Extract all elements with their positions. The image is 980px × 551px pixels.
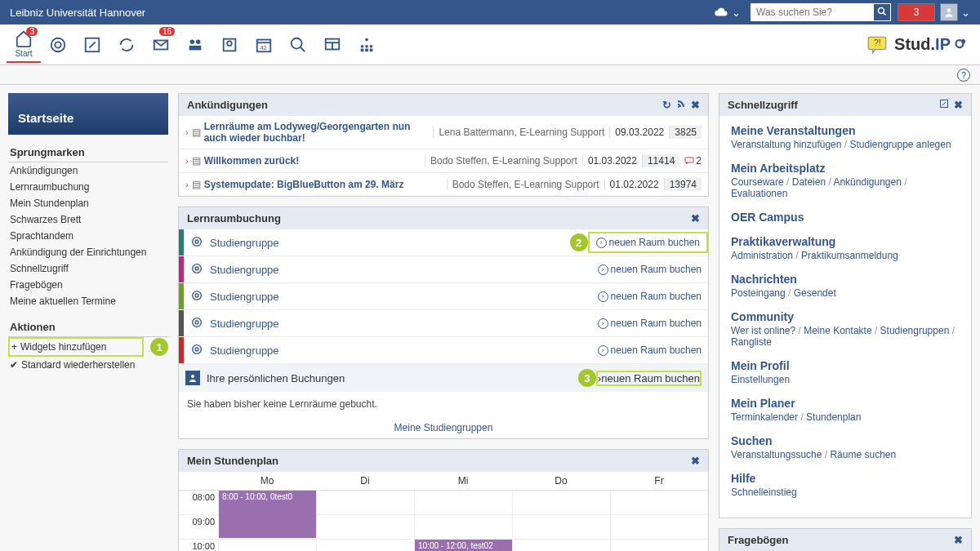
quickaccess-section-title[interactable]: Mein Arbeitsplatz: [731, 162, 960, 175]
quickaccess-sublink[interactable]: Posteingang: [731, 287, 786, 299]
jump-link[interactable]: Mein Stundenplan: [8, 195, 168, 211]
quickaccess-section-title[interactable]: Nachrichten: [731, 273, 960, 286]
announcement-author: Bodo Steffen, E-Learning Support: [425, 155, 582, 167]
quickaccess-section-title[interactable]: Hilfe: [731, 472, 960, 485]
close-icon[interactable]: ✖: [691, 455, 700, 467]
quickaccess-sublink[interactable]: Einstellungen: [731, 374, 790, 385]
svg-point-42: [195, 348, 198, 351]
quickaccess-sublink[interactable]: Schnelleinstieg: [731, 487, 797, 498]
book-room-button[interactable]: ›neuen Raum buchen: [591, 287, 708, 305]
nav-community[interactable]: [178, 27, 212, 63]
nav-mail[interactable]: 16: [144, 27, 178, 63]
quickaccess-sublink[interactable]: Dateien: [792, 176, 826, 188]
help-bubble-icon: ?!: [866, 34, 888, 56]
notification-badge[interactable]: 3: [898, 3, 935, 21]
reload-icon[interactable]: ↻: [662, 99, 671, 111]
announcement-row[interactable]: › ▤ Systemupdate: BigBlueButton am 29. M…: [179, 173, 708, 196]
nav-board[interactable]: [315, 27, 350, 63]
quickaccess-sublink[interactable]: Courseware: [731, 176, 784, 188]
quickaccess-sublink[interactable]: Studiengruppe anlegen: [849, 139, 951, 150]
studygroup-row[interactable]: Studiengruppe ›neuen Raum buchen: [179, 283, 708, 310]
quickaccess-section-title[interactable]: Mein Profil: [731, 359, 960, 372]
cloud-menu[interactable]: ⌄: [714, 7, 741, 19]
nav-cloud[interactable]: [109, 27, 144, 63]
quickaccess-sublink[interactable]: Gesendet: [794, 287, 836, 299]
quickaccess-section-title[interactable]: Mein Planer: [731, 397, 960, 410]
close-icon[interactable]: ✖: [691, 212, 700, 224]
studygroup-name: Studiengruppe: [210, 259, 591, 281]
jump-link[interactable]: Ankündigungen: [8, 162, 168, 179]
book-room-button[interactable]: ›neuen Raum buchen: [591, 341, 708, 359]
studygroup-row[interactable]: Studiengruppe 2 ›neuen Raum buchen: [179, 229, 708, 256]
nav-start[interactable]: 3 Start: [7, 27, 41, 63]
book-room-button[interactable]: ›neuen Raum buchen: [596, 371, 702, 386]
book-room-button[interactable]: ›neuen Raum buchen: [591, 314, 708, 332]
studygroup-name: Studiengruppe: [210, 232, 564, 254]
quickaccess-section-title[interactable]: Suchen: [731, 434, 960, 447]
studygroup-row[interactable]: Studiengruppe ›neuen Raum buchen: [179, 337, 708, 364]
nav-edit[interactable]: [75, 27, 109, 63]
reset-default-button[interactable]: ✔ Standard wiederherstellen: [8, 357, 168, 373]
board-icon: [323, 36, 341, 54]
announcement-views: 3825: [669, 126, 702, 139]
jump-link[interactable]: Schwarzes Brett: [8, 211, 168, 228]
svg-point-41: [193, 344, 202, 353]
announcement-row[interactable]: › ▤ Willkommen zurück! Bodo Steffen, E-L…: [179, 149, 708, 173]
nav-planner[interactable]: 42: [247, 27, 281, 63]
quickaccess-sublink[interactable]: Räume suchen: [830, 449, 896, 460]
add-widgets-button[interactable]: + Widgets hinzufügen: [8, 337, 144, 357]
edit-icon[interactable]: [939, 99, 949, 111]
close-icon[interactable]: ✖: [954, 534, 963, 546]
nav-courses[interactable]: [41, 27, 75, 63]
quickaccess-sublink[interactable]: Praktikumsanmeldung: [801, 250, 898, 261]
nav-orga[interactable]: [350, 27, 384, 63]
quickaccess-sublink[interactable]: Veranstaltungssuche: [731, 449, 822, 460]
quickaccess-section-title[interactable]: OER Campus: [731, 211, 960, 224]
nav-help[interactable]: ?!: [860, 34, 894, 56]
close-icon[interactable]: ✖: [954, 99, 963, 111]
announcement-row[interactable]: › ▤ Lernräume am Lodyweg/Georgengarten n…: [179, 116, 708, 149]
nav-profile[interactable]: [212, 27, 247, 63]
chevron-down-icon: ⌄: [732, 7, 741, 19]
booking-widget: Lernraumbuchung ✖ Studiengruppe 2 ›neuen…: [178, 207, 709, 439]
announcement-title: Lernräume am Lodyweg/Georgengarten nun a…: [204, 121, 434, 144]
rss-icon[interactable]: [676, 99, 686, 111]
schedule-event[interactable]: 10:00 - 12:00, test02: [415, 540, 512, 551]
quickaccess-section-title[interactable]: Meine Veranstaltungen: [731, 124, 960, 137]
my-studygroups-link[interactable]: Meine Studiengruppen: [394, 422, 493, 433]
hour-label: 09:00: [179, 515, 218, 540]
search-button[interactable]: [873, 3, 891, 21]
book-room-button[interactable]: ›neuen Raum buchen: [588, 232, 708, 253]
quickaccess-sublink[interactable]: Administration: [731, 250, 793, 261]
jump-link[interactable]: Schnellzugriff: [8, 260, 168, 277]
search-input[interactable]: [751, 3, 873, 21]
quickaccess-sublink[interactable]: Wer ist online?: [731, 325, 795, 336]
studygroup-row[interactable]: Studiengruppe ›neuen Raum buchen: [179, 310, 708, 337]
quickaccess-sublink[interactable]: Meine Kontakte: [804, 325, 871, 336]
nav-search[interactable]: [281, 27, 315, 63]
calendar-icon: 42: [255, 36, 273, 54]
quickaccess-section-title[interactable]: Community: [731, 310, 960, 323]
quickaccess-sublink[interactable]: Studiengruppen: [880, 325, 950, 336]
jump-link[interactable]: Ankündigung der Einrichtungen: [8, 244, 168, 260]
svg-point-21: [365, 38, 368, 41]
studygroup-row[interactable]: Studiengruppe ›neuen Raum buchen: [179, 256, 708, 283]
quickaccess-sublink[interactable]: Evaluationen: [731, 188, 787, 199]
quickaccess-sublink[interactable]: Rangliste: [731, 336, 772, 348]
jump-link[interactable]: Fragebögen: [8, 277, 168, 293]
svg-point-37: [193, 291, 202, 300]
quickaccess-sublink[interactable]: Stundenplan: [806, 411, 861, 423]
quickaccess-sublink[interactable]: Ankündigungen: [833, 176, 901, 188]
avatar[interactable]: [940, 3, 958, 21]
jump-link[interactable]: Lernraumbuchung: [8, 179, 168, 195]
help-icon[interactable]: ?: [957, 69, 970, 82]
jump-link[interactable]: Sprachtandem: [8, 228, 168, 244]
quickaccess-section-title[interactable]: Praktikaverwaltung: [731, 235, 960, 248]
close-icon[interactable]: ✖: [691, 99, 700, 111]
topbar: Leibniz Universität Hannover ⌄ 3 ⌄: [0, 0, 980, 24]
user-menu-chevron-icon[interactable]: ⌄: [961, 7, 970, 19]
jump-link[interactable]: Meine aktuellen Termine: [8, 293, 168, 309]
quickaccess-sublink[interactable]: Terminkalender: [731, 411, 798, 423]
quickaccess-sublink[interactable]: Veranstaltung hinzufügen: [731, 139, 841, 150]
book-room-button[interactable]: ›neuen Raum buchen: [591, 260, 708, 278]
